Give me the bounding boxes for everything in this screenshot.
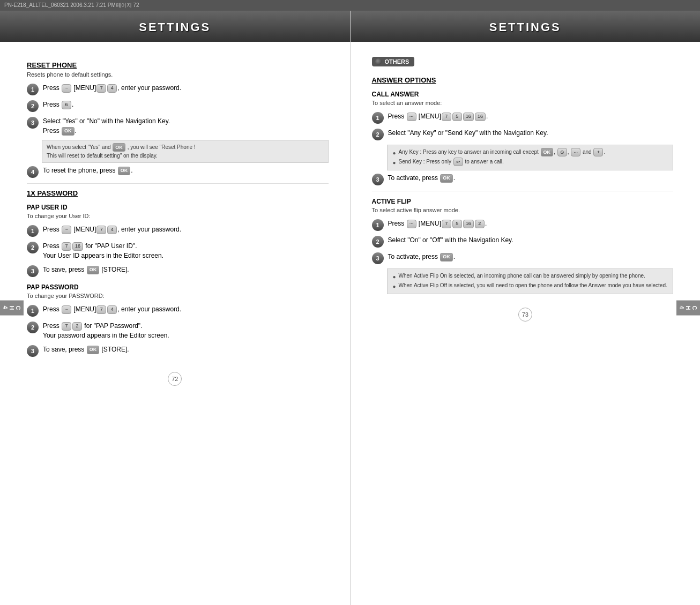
password-1x-section: 1X PASSWORD [27, 189, 329, 197]
step-circle-4: 4 [27, 166, 39, 178]
call-answer-step-2-text: Select "Any Key" or "Send Key" with the … [388, 128, 674, 138]
ch-tab-left: C H 4 [0, 300, 24, 316]
active-flip-step-3: 3 To activate, press OK. [372, 252, 674, 264]
ch-tab-right: C H 4 [676, 300, 700, 316]
key-7e: 7 [62, 322, 71, 331]
pap-user-step-1-text: Press ··· [MENU]74, enter your password. [43, 225, 329, 234]
reset-step-4-text: To reset the phone, press OK. [43, 166, 329, 175]
key-6: 6 [62, 101, 71, 109]
call-answer-step-1-text: Press ··· [MENU]751616. [388, 111, 674, 121]
reset-info-box: When you select "Yes" and OK , you will … [42, 140, 329, 163]
reset-step-2: 2 Press 6. [27, 100, 329, 112]
reset-phone-title: RESET PHONE [27, 61, 329, 69]
ok-key-ca: OK [440, 174, 453, 183]
step-circle-ca1: 1 [372, 112, 384, 124]
pap-password-desc: To change your PASSWORD: [27, 293, 329, 299]
step-circle-pappass2: 2 [27, 322, 39, 333]
active-flip-section: ACTIVE FLIP To select active flip answer… [372, 198, 674, 294]
pap-user-step-2-text: Press 716 for "PAP User ID". Your User I… [43, 241, 329, 260]
bullet-flip-on: ● When Active Flip On is selected, an in… [393, 272, 668, 281]
ok-key-af: OK [440, 253, 453, 262]
reset-step-3-text: Select "Yes" or "No" with the Navigation… [43, 116, 329, 136]
divider-right [372, 191, 674, 191]
step-circle-af2: 2 [372, 236, 384, 248]
ok-key-pap: OK [87, 266, 100, 274]
active-flip-bullet-box: ● When Active Flip On is selected, an in… [387, 268, 674, 294]
key-bullet3: + [593, 148, 603, 156]
active-flip-step-1-text: Press ··· [MENU]75162. [388, 219, 674, 228]
key-af2: 2 [475, 220, 485, 228]
reset-step-1: 1 Press ··· [MENU]74, enter your passwor… [27, 83, 329, 95]
others-badge: OTHERS [372, 57, 415, 66]
top-bar-text: PN-E218_ALLTEL_060321 2006.3.21 7:21 PM페… [4, 2, 139, 9]
active-flip-step-2: 2 Select "On" or "Off" with the Navigati… [372, 235, 674, 248]
pap-user-id-section: PAP USER ID To change your User ID: 1 Pr… [27, 204, 329, 277]
left-page-number: 72 [0, 372, 350, 386]
step-circle-3: 3 [27, 117, 39, 129]
step-circle-pappass1: 1 [27, 305, 39, 317]
call-answer-step-3-text: To activate, press OK. [388, 173, 674, 183]
key-4d: 4 [107, 305, 117, 314]
menu-key-ca: ··· [407, 113, 416, 121]
key-af5: 5 [452, 220, 462, 228]
others-dot [375, 58, 382, 65]
pap-user-step-3-text: To save, press OK [STORE]. [43, 265, 329, 274]
key-16: 16 [72, 242, 83, 251]
menu-key: ··· [62, 84, 71, 93]
call-answer-step-2: 2 Select "Any Key" or "Send Key" with th… [372, 128, 674, 140]
call-answer-section: CALL ANSWER To select an answer mode: 1 … [372, 91, 674, 185]
step-circle-pap2: 2 [27, 242, 39, 253]
step-circle-pap3: 3 [27, 265, 39, 277]
call-answer-step-3: 3 To activate, press OK. [372, 173, 674, 185]
menu-key3: ··· [62, 305, 71, 314]
menu-key-af: ··· [407, 220, 416, 228]
step-circle-pap1: 1 [27, 225, 39, 237]
page-num-circle-left: 72 [168, 372, 182, 386]
pap-password-title: PAP PASSWORD [27, 283, 329, 291]
answer-options-section: ANSWER OPTIONS [372, 76, 674, 84]
pap-pass-step-1: 1 Press ··· [MENU]74, enter your passwor… [27, 304, 329, 317]
active-flip-desc: To select active flip answer mode. [372, 207, 674, 213]
pap-user-step-2: 2 Press 716 for "PAP User ID". Your User… [27, 241, 329, 260]
key-ca7: 7 [442, 113, 451, 121]
step-circle-af1: 1 [372, 219, 384, 231]
pap-user-step-3: 3 To save, press OK [STORE]. [27, 265, 329, 277]
key-ca16: 16 [463, 113, 474, 121]
top-bar: PN-E218_ALLTEL_060321 2006.3.21 7:21 PM페… [0, 0, 700, 11]
left-page: C H 4 SETTINGS RESET PHONE Resets phone … [0, 11, 351, 605]
reset-phone-desc: Resets phone to default settings. [27, 71, 329, 78]
pap-password-section: PAP PASSWORD To change your PASSWORD: 1 … [27, 283, 329, 357]
call-answer-bullet-box: ● Any Key : Press any key to answer an i… [387, 145, 674, 170]
pap-pass-step-3-text: To save, press OK [STORE]. [43, 345, 329, 354]
answer-options-title: ANSWER OPTIONS [372, 76, 674, 84]
active-flip-step-3-text: To activate, press OK. [388, 252, 674, 262]
key-send: ↩ [453, 158, 463, 166]
right-page: SETTINGS OTHERS ANSWER OPTIONS CALL ANSW… [351, 11, 701, 605]
call-answer-desc: To select an answer mode: [372, 100, 674, 106]
left-page-header: SETTINGS [0, 11, 350, 42]
pap-pass-step-1-text: Press ··· [MENU]74, enter your password. [43, 304, 329, 314]
pap-user-id-title: PAP USER ID [27, 204, 329, 211]
step-circle-ca3: 3 [372, 174, 384, 185]
key-bullet2: ··· [571, 148, 580, 156]
step-circle-af3: 3 [372, 252, 384, 264]
reset-step-3: 3 Select "Yes" or "No" with the Navigati… [27, 116, 329, 136]
reset-step-4: 4 To reset the phone, press OK. [27, 166, 329, 178]
reset-step-2-text: Press 6. [43, 100, 329, 109]
key-ok-bullet: OK [541, 148, 554, 156]
step-circle-ca2: 2 [372, 129, 384, 140]
divider-1 [27, 183, 329, 184]
bullet-flip-off: ● When Active Flip Off is selected, you … [393, 281, 668, 291]
key-ca5: 5 [452, 113, 462, 121]
key-7b: 7 [96, 226, 106, 234]
ok-key: OK [62, 127, 75, 136]
page-num-circle-right: 73 [518, 308, 532, 322]
active-flip-title: ACTIVE FLIP [372, 198, 674, 205]
call-answer-title: CALL ANSWER [372, 91, 674, 98]
right-page-number: 73 [351, 308, 701, 322]
bullet-send-key: ● Send Key : Press only ↩ to answer a ca… [393, 158, 668, 167]
ok-key-pappass: OK [87, 346, 100, 354]
pap-pass-step-3: 3 To save, press OK [STORE]. [27, 345, 329, 357]
key-bullet1: ⊙ [557, 148, 567, 156]
reset-step-1-text: Press ··· [MENU]74, enter your password. [43, 83, 329, 93]
